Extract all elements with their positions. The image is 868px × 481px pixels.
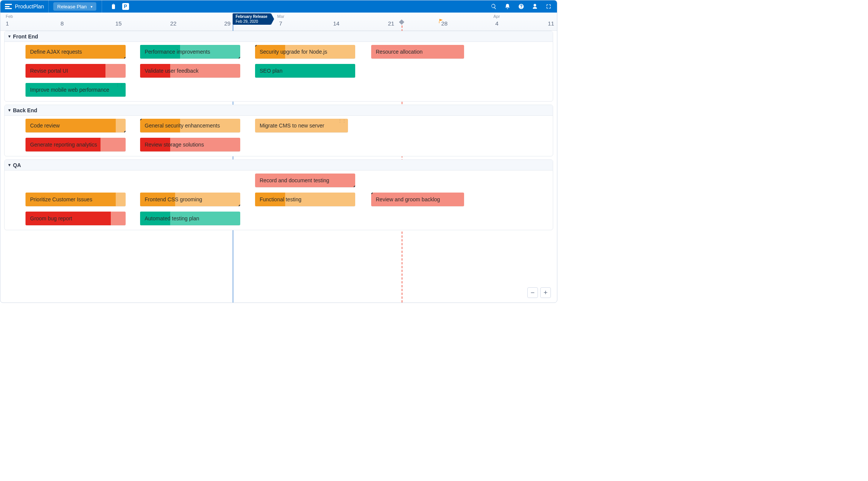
milestone-flag[interactable]: February ReleaseFeb 29, 2020 xyxy=(233,13,271,25)
roadmap-bar[interactable]: Record and document testing xyxy=(255,174,355,187)
connector-icon[interactable] xyxy=(371,193,373,194)
day-label: 21 xyxy=(388,20,394,27)
day-label: 11 xyxy=(548,20,554,27)
lane-row: Code reviewGeneral security enhancements… xyxy=(5,119,553,134)
user-icon[interactable] xyxy=(531,3,539,10)
parking-lot-icon[interactable]: P xyxy=(122,3,129,10)
lane-row: Record and document testing xyxy=(5,174,553,189)
lane-header[interactable]: ▾QA xyxy=(5,160,553,170)
clipboard-icon[interactable] xyxy=(110,3,117,10)
connector-icon[interactable] xyxy=(354,186,355,187)
roadmap-bar[interactable]: Functional testing xyxy=(255,193,355,206)
zoom-out-button[interactable]: − xyxy=(527,287,538,298)
topbar-right xyxy=(487,0,555,13)
roadmap-bar[interactable]: Revise portal UI xyxy=(26,64,126,78)
roadmap-bar[interactable]: SEO plan xyxy=(255,64,355,78)
roadmap-bar[interactable]: Frontend CSS grooming xyxy=(140,193,240,206)
lane-title: QA xyxy=(13,162,21,168)
lanes-container: ▾Front EndDefine AJAX requestsPerformanc… xyxy=(4,31,553,299)
lane-header[interactable]: ▾Front End xyxy=(5,31,553,42)
connector-icon[interactable] xyxy=(239,205,240,206)
milestone-date: Feb 29, 2020 xyxy=(236,19,267,24)
plan-dropdown[interactable]: Release Plan ▾ xyxy=(53,2,96,11)
bar-label: Prioritize Customer Issues xyxy=(30,196,92,202)
roadmap-bar[interactable]: Review storage solutions xyxy=(140,138,240,151)
zoom-in-button[interactable]: + xyxy=(540,287,551,298)
bell-icon[interactable] xyxy=(504,3,511,10)
p-chip-label: P xyxy=(122,3,129,10)
bar-label: Review storage solutions xyxy=(145,142,204,148)
app-name: ProductPlan xyxy=(15,3,44,10)
bar-label: Automated testing plan xyxy=(145,215,199,221)
bar-label: Security upgrade for Node.js xyxy=(260,49,327,55)
timeline-header[interactable]: FebMarApr181522297142128411February Rele… xyxy=(0,13,557,31)
roadmap-bar[interactable]: Automated testing plan xyxy=(140,212,240,225)
plan-dropdown-label: Release Plan xyxy=(57,4,86,10)
milestone-title: February Release xyxy=(236,14,267,19)
bar-label: Review and groom backlog xyxy=(376,196,440,202)
bar-label: Functional testing xyxy=(260,196,302,202)
lane-body: Define AJAX requestsPerformance improvem… xyxy=(5,42,553,101)
lane-row: Improve mobile web performance⋮⋮ xyxy=(5,83,553,98)
bar-label: Frontend CSS grooming xyxy=(145,196,202,202)
help-icon[interactable] xyxy=(517,3,525,10)
month-label: Apr xyxy=(493,14,500,19)
roadmap-bar[interactable]: Define AJAX requests xyxy=(26,45,126,59)
bar-label: Revise portal UI xyxy=(30,68,68,74)
connector-icon[interactable] xyxy=(124,131,126,132)
roadmap-bar[interactable]: Security upgrade for Node.js xyxy=(255,45,355,59)
month-label: Feb xyxy=(6,14,13,19)
roadmap-bar[interactable]: Resource allocation xyxy=(371,45,464,59)
lane: ▾QARecord and document testingPrioritize… xyxy=(4,159,553,230)
lane: ▾Back EndCode reviewGeneral security enh… xyxy=(4,105,553,156)
logo-area[interactable]: ProductPlan xyxy=(0,0,49,13)
chevron-down-icon: ▾ xyxy=(8,108,11,113)
roadmap-bar[interactable]: Improve mobile web performance⋮⋮ xyxy=(26,83,126,97)
topbar: ProductPlan Release Plan ▾ P xyxy=(0,0,557,13)
chevron-down-icon: ▾ xyxy=(8,162,11,167)
timeline: ◂ FebMarApr181522297142128411February Re… xyxy=(0,13,557,303)
roadmap-bar[interactable]: Migrate CMS to new server⋮⋮ xyxy=(255,119,348,132)
grip-icon[interactable]: ⋮⋮ xyxy=(338,120,346,122)
logo-icon xyxy=(5,4,12,9)
lane-title: Back End xyxy=(13,107,37,113)
app-frame: ProductPlan Release Plan ▾ P xyxy=(0,0,557,303)
lane-row: Define AJAX requestsPerformance improvem… xyxy=(5,45,553,60)
day-label: 7 xyxy=(279,20,282,27)
roadmap-bar[interactable]: Groom bug report xyxy=(26,212,126,225)
day-label: 28 xyxy=(441,20,448,27)
day-label: 15 xyxy=(115,20,122,27)
roadmap-bar[interactable]: Review and groom backlog xyxy=(371,193,464,206)
bar-label: Performance improvements xyxy=(145,49,210,55)
lane-row: Generate reporting analyticsReview stora… xyxy=(5,138,553,153)
month-label: Mar xyxy=(277,14,284,19)
roadmap-bar[interactable]: Validate user feedback xyxy=(140,64,240,78)
roadmap-bar[interactable]: Code review xyxy=(26,119,126,132)
search-icon[interactable] xyxy=(490,3,498,10)
day-label: 29 xyxy=(224,20,231,27)
roadmap-bar[interactable]: Performance improvements xyxy=(140,45,240,59)
bar-label: Improve mobile web performance xyxy=(30,87,109,93)
lane-row: Revise portal UIValidate user feedbackSE… xyxy=(5,64,553,79)
lane-title: Front End xyxy=(13,33,38,40)
bar-label: Resource allocation xyxy=(376,49,423,55)
grip-icon[interactable]: ⋮⋮ xyxy=(116,84,124,86)
divider xyxy=(102,0,102,13)
bar-label: Migrate CMS to new server xyxy=(260,123,324,129)
roadmap-bar[interactable]: Generate reporting analytics xyxy=(26,138,126,151)
bar-label: Groom bug report xyxy=(30,215,72,221)
day-label: 4 xyxy=(495,20,498,27)
lane-body: Code reviewGeneral security enhancements… xyxy=(5,116,553,156)
bar-label: Define AJAX requests xyxy=(30,49,82,55)
lane-header[interactable]: ▾Back End xyxy=(5,105,553,116)
connector-icon[interactable] xyxy=(124,57,126,59)
roadmap-bar[interactable]: Prioritize Customer Issues xyxy=(26,193,126,206)
fullscreen-icon[interactable] xyxy=(545,3,552,10)
connector-icon[interactable] xyxy=(239,57,240,59)
zoom-controls: − + xyxy=(527,287,551,298)
bar-label: Generate reporting analytics xyxy=(30,142,97,148)
bar-label: General security enhancements xyxy=(145,123,220,129)
lane: ▾Front EndDefine AJAX requestsPerformanc… xyxy=(4,31,553,102)
roadmap-bar[interactable]: General security enhancements xyxy=(140,119,240,132)
day-label: 1 xyxy=(6,20,9,27)
